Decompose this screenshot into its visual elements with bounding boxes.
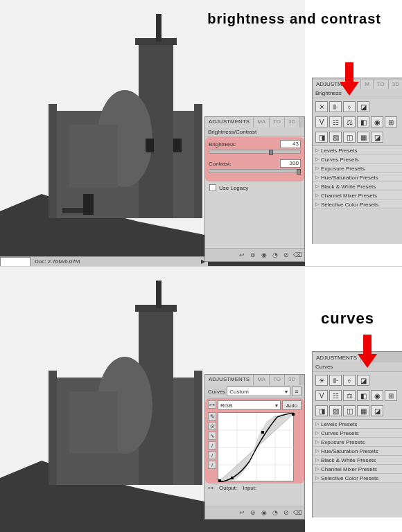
trash-icon[interactable]: ⌫ — [293, 508, 302, 517]
preset-bw[interactable]: ▷Black & White Presets — [313, 182, 402, 191]
preset-chanmix[interactable]: ▷Channel Mixer Presets — [313, 191, 402, 200]
threshold-icon[interactable]: ◫ — [343, 405, 356, 416]
tab-to[interactable]: TO — [270, 375, 285, 385]
channel-select[interactable]: RGB▾ — [218, 400, 281, 410]
brightness-slider[interactable] — [209, 150, 301, 154]
curves-icon[interactable]: ⎀ — [343, 375, 356, 386]
brightness-input[interactable]: 43 — [280, 140, 301, 148]
tab-to[interactable]: TO — [270, 117, 285, 127]
posterize-icon[interactable]: ▨ — [329, 405, 342, 416]
preset-levels[interactable]: ▷Levels Presets — [313, 420, 402, 429]
black-eyedropper-icon[interactable]: / — [208, 441, 216, 450]
svg-rect-7 — [156, 14, 161, 42]
posterize-icon[interactable]: ▨ — [329, 132, 342, 143]
curves-preset-select[interactable]: Custom▾ — [227, 387, 290, 396]
gradmap-icon[interactable]: ▦ — [357, 405, 369, 416]
tab-3d[interactable]: 3D — [389, 80, 402, 89]
huesat-icon[interactable]: ☷ — [329, 116, 342, 127]
colorbal-icon[interactable]: ⚖ — [343, 116, 356, 127]
gray-eyedropper-icon[interactable]: / — [208, 451, 216, 459]
scrubby-icon[interactable]: ⊶ — [208, 400, 216, 409]
clip-icon[interactable]: ⊚ — [249, 508, 257, 517]
svg-rect-22 — [156, 281, 161, 308]
invert-icon[interactable]: ◨ — [315, 132, 328, 143]
prev-icon[interactable]: ◔ — [271, 251, 279, 259]
preset-menu-icon[interactable]: ≡ — [292, 387, 302, 396]
smooth-icon[interactable]: ∿ — [208, 432, 216, 440]
return-icon[interactable]: ↩ — [238, 508, 246, 517]
tab-to[interactable]: TO — [374, 80, 389, 89]
prev-icon[interactable]: ◔ — [271, 508, 279, 517]
preset-levels[interactable]: ▷Levels Presets — [313, 146, 402, 155]
eye-icon[interactable]: ◉ — [260, 251, 268, 259]
pencil-icon[interactable]: ✎ — [208, 412, 216, 420]
tab-adjustments[interactable]: ADJUSTMENTS — [205, 375, 254, 385]
annotation-title-top: brightness and contrast — [207, 11, 381, 27]
curve-side-tools: ✎ ⊙ ∿ / / / — [208, 412, 216, 481]
tab-3d[interactable]: 3D — [285, 375, 299, 385]
use-legacy-checkbox[interactable] — [209, 184, 216, 191]
colorbal-icon[interactable]: ⚖ — [343, 390, 356, 401]
trash-icon[interactable]: ⌫ — [293, 251, 302, 259]
selcolor-icon[interactable]: ◪ — [371, 405, 383, 416]
curves-title: Curves — [208, 389, 225, 395]
selcolor-icon[interactable]: ◪ — [371, 132, 383, 143]
white-eyedropper-icon[interactable]: / — [208, 461, 216, 469]
clip-icon[interactable]: ⊚ — [249, 251, 257, 259]
gradmap-icon[interactable]: ▦ — [357, 132, 369, 143]
eye-icon[interactable]: ◉ — [260, 508, 268, 517]
brightness-icon[interactable]: ☀ — [315, 375, 328, 386]
brightness-row: Brightness: 43 — [209, 140, 301, 154]
point-icon[interactable]: ⊙ — [208, 422, 216, 430]
preset-huesat[interactable]: ▷Hue/Saturation Presets — [313, 447, 402, 456]
tab-adjustments[interactable]: ADJUSTMENTS — [205, 117, 254, 127]
screenshot-bottom: curves ADJUSTMENTS M Curves ☀ ⊪ ⎀ ◪ V ☷ … — [0, 267, 402, 532]
preset-selcolor[interactable]: ▷Selective Color Presets — [313, 200, 402, 209]
threshold-icon[interactable]: ◫ — [343, 132, 356, 143]
preset-huesat[interactable]: ▷Hue/Saturation Presets — [313, 173, 402, 182]
invert-icon[interactable]: ◨ — [315, 405, 328, 416]
use-legacy-label: Use Legacy — [219, 185, 248, 191]
curves-tabs: ADJUSTMENTS MA TO 3D — [205, 375, 304, 385]
contrast-slider[interactable] — [209, 169, 301, 173]
curves-graph[interactable] — [218, 412, 294, 481]
tab-masks[interactable]: MA — [254, 375, 270, 385]
vibrance-icon[interactable]: V — [315, 390, 328, 401]
preset-exposure[interactable]: ▷Exposure Presets — [313, 164, 402, 173]
auto-button[interactable]: Auto — [282, 400, 302, 410]
reset-icon[interactable]: ⊘ — [282, 251, 290, 259]
photofilter-icon[interactable]: ◉ — [371, 390, 383, 401]
preset-curves[interactable]: ▷Curves Presets — [313, 429, 402, 438]
photofilter-icon[interactable]: ◉ — [371, 116, 383, 127]
contrast-row: Contrast: 100 — [209, 159, 301, 173]
preset-curves[interactable]: ▷Curves Presets — [313, 155, 402, 164]
levels-icon[interactable]: ⊪ — [329, 375, 342, 386]
chanmix-icon[interactable]: ⊞ — [385, 390, 397, 401]
preset-chanmix[interactable]: ▷Channel Mixer Presets — [313, 465, 402, 474]
preset-selcolor[interactable]: ▷Selective Color Presets — [313, 474, 402, 483]
svg-rect-35 — [218, 479, 221, 482]
vibrance-icon[interactable]: V — [315, 116, 328, 127]
reset-icon[interactable]: ⊘ — [282, 508, 290, 517]
tab-masks[interactable]: MA — [254, 117, 270, 127]
adjustments-panel: ADJUSTMENTS M TO 3D Brightness ☀ ⊪ ⎀ ◪ V… — [312, 78, 402, 244]
huesat-icon[interactable]: ☷ — [329, 390, 342, 401]
levels-icon[interactable]: ⊪ — [329, 101, 342, 112]
bw-icon[interactable]: ◧ — [357, 116, 369, 127]
preset-exposure[interactable]: ▷Exposure Presets — [313, 438, 402, 447]
chanmix-icon[interactable]: ⊞ — [385, 116, 397, 127]
exposure-icon[interactable]: ◪ — [357, 375, 369, 386]
input-label: Input: — [243, 485, 256, 491]
tab-3d[interactable]: 3D — [285, 117, 299, 127]
zoom-field[interactable] — [0, 257, 30, 267]
doc-info: Doc: 2.76M/6.07M — [30, 258, 84, 265]
contrast-input[interactable]: 100 — [280, 159, 301, 168]
brightness-icon[interactable]: ☀ — [315, 101, 328, 112]
bc-footer-icons: ↩ ⊚ ◉ ◔ ⊘ ⌫ — [205, 248, 304, 261]
preset-bw[interactable]: ▷Black & White Presets — [313, 456, 402, 465]
return-icon[interactable]: ↩ — [238, 251, 246, 259]
bw-icon[interactable]: ◧ — [357, 390, 369, 401]
exposure-icon[interactable]: ◪ — [357, 101, 369, 112]
curves-body-highlight: ⊶ RGB▾ Auto ✎ ⊙ ∿ / / / — [205, 398, 304, 484]
curves-icon[interactable]: ⎀ — [343, 101, 356, 112]
